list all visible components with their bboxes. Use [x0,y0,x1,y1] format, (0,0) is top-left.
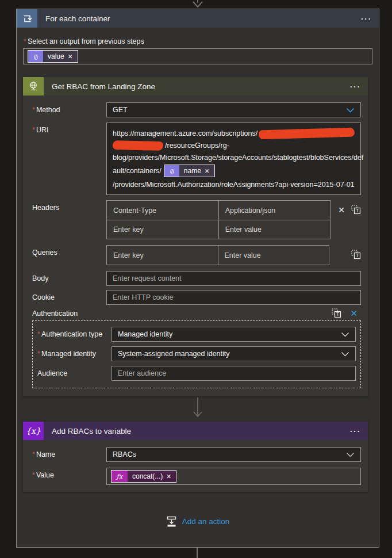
variable-name-value: RBACs [113,450,136,458]
audience-label: Audience [37,366,112,381]
for-each-icon [17,9,37,28]
variable-action-header[interactable]: {x} Add RBACs to variable ··· [23,422,368,440]
managed-identity-value: System-assigned managed identity [118,350,230,358]
http-action-title: Get RBAC from Landing Zone [52,82,155,91]
header-key-cell[interactable]: Enter key [107,220,219,239]
auth-type-label: *Authentication type [37,327,112,342]
header-value-cell[interactable]: Enter value [219,220,330,239]
flow-arrow-top [190,0,205,8]
query-value-cell[interactable]: Enter value [218,246,329,265]
authentication-label: Authentication [32,309,78,318]
redaction-mark [113,140,163,150]
queries-table: Enter key Enter value [106,245,329,265]
value-token[interactable]: (/) value ✕ [28,50,78,63]
flow-arrow-middle [191,396,205,422]
output-select-input[interactable]: (/) value ✕ [23,48,372,64]
expression-token-label: concat(...) [132,472,163,480]
managed-identity-label: *Managed identity [37,346,112,361]
svg-text:T: T [336,311,339,317]
dynamic-content-icon: (/) [28,51,43,62]
chevron-down-icon [346,452,355,457]
variable-name-dropdown[interactable]: RBACs [106,447,361,462]
headers-text-mode-icon[interactable]: T [351,205,361,215]
method-value: GET [113,106,128,114]
variable-action-card: {x} Add RBACs to variable ··· *Name RBAC… [23,422,368,492]
headers-label: Headers [32,200,106,239]
uri-label: *URI [32,123,106,195]
chevron-down-icon [341,332,349,337]
cookie-label: Cookie [32,290,106,305]
http-menu-button[interactable]: ··· [350,82,361,91]
value-token-label: value [48,52,64,60]
headers-table: Content-Type Application/json Enter key … [106,200,330,239]
authentication-remove-icon[interactable]: ✕ [350,309,358,318]
headers-row: Content-Type Application/json [107,201,330,220]
variable-value-input[interactable]: ƒx concat(...) ✕ [106,468,361,485]
add-action-button[interactable]: Add an action [23,516,372,527]
insert-action-icon [166,516,177,527]
for-each-title: For each container [45,14,110,23]
expression-token-close-icon[interactable]: ✕ [166,473,171,480]
queries-label: Queries [32,245,106,265]
for-each-scope: For each container ··· *Select an output… [16,9,379,548]
for-each-menu-button[interactable]: ··· [361,14,372,23]
designer-canvas: For each container ··· *Select an output… [0,0,392,558]
queries-row: Enter key Enter value [107,246,329,265]
method-dropdown[interactable]: GET [106,102,361,117]
fx-expression-icon: ƒx [112,471,128,482]
authentication-text-mode-icon[interactable]: T [332,308,341,318]
query-key-cell[interactable]: Enter key [107,246,218,265]
uri-input[interactable]: https://management.azure.com/subscriptio… [106,123,361,195]
dynamic-content-icon: (/) [164,165,179,177]
header-key-cell[interactable]: Content-Type [107,201,219,220]
audience-input[interactable]: Enter audience [112,366,356,381]
header-value-cell[interactable]: Application/json [219,201,330,220]
body-label: Body [32,271,106,286]
expression-token[interactable]: ƒx concat(...) ✕ [111,470,176,483]
flow-connector-bottom [197,548,198,558]
queries-text-mode-icon[interactable]: T [351,250,361,259]
output-select-label: *Select an output from previous steps [24,37,372,45]
managed-identity-dropdown[interactable]: System-assigned managed identity [112,346,356,361]
for-each-header[interactable]: For each container ··· [17,9,379,28]
headers-row-delete-icon[interactable]: ✕ [338,206,345,214]
http-action-card: Get RBAC from Landing Zone ··· *Method G… [23,77,368,396]
auth-type-dropdown[interactable]: Managed identity [112,327,356,342]
variable-menu-button[interactable]: ··· [350,427,361,435]
svg-text:T: T [356,208,359,213]
body-input[interactable]: Enter request content [106,271,361,286]
variable-icon: {x} [23,422,44,440]
add-action-label: Add an action [182,517,230,526]
chevron-down-icon [341,351,349,357]
name-token-close-icon[interactable]: ✕ [205,167,210,174]
chevron-down-icon [346,108,355,113]
name-token-label: name [184,167,201,175]
method-label: *Method [32,102,106,117]
cookie-input[interactable]: Enter HTTP cookie [106,290,361,305]
http-globe-icon [23,77,44,95]
svg-text:T: T [356,253,359,258]
auth-type-value: Managed identity [118,330,172,338]
variable-value-label: *Value [32,468,106,485]
variable-name-label: *Name [32,447,106,462]
required-asterisk: * [24,37,26,45]
variable-action-title: Add RBACs to variable [52,427,131,435]
authentication-section: *Authentication type Managed identity [32,320,361,388]
http-action-header[interactable]: Get RBAC from Landing Zone ··· [23,77,368,95]
headers-row: Enter key Enter value [107,220,330,239]
value-token-close-icon[interactable]: ✕ [68,53,73,60]
name-token[interactable]: (/) name ✕ [164,165,215,177]
redaction-mark [259,127,355,139]
